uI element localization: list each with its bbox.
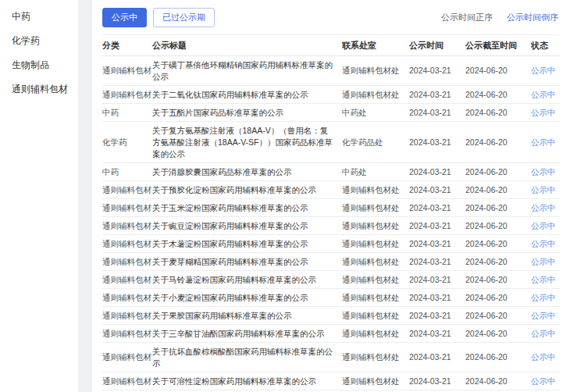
row-status: 公示中 — [531, 104, 560, 122]
table-row[interactable]: 化学药 关于复方氨基酸注射液（18AA-V）（曾用名：复方氨基酸注射液（18AA… — [102, 122, 560, 163]
status-link[interactable]: 公示中 — [531, 137, 556, 147]
row-deadline: 2024-06-20 — [465, 86, 531, 104]
row-deadline: 2024-06-20 — [465, 307, 531, 325]
status-filter-tabs: 公示中 已过公示期 — [102, 8, 215, 27]
status-link[interactable]: 公示中 — [531, 90, 556, 99]
row-status: 公示中 — [531, 325, 560, 343]
row-category: 通则辅料包材 — [102, 289, 152, 307]
status-link[interactable]: 公示中 — [531, 239, 556, 248]
table-row[interactable]: 通则辅料包材 关于三辛酸甘油酯国家药用辅料标准草案的公示 通则辅料包材处 202… — [102, 325, 560, 343]
row-title: 关于二氧化钛国家药用辅料标准草案的公示 — [152, 86, 342, 104]
row-deadline: 2024-06-20 — [465, 343, 531, 372]
status-link[interactable]: 公示中 — [531, 108, 556, 117]
row-contact-office: 通则辅料包材处 — [342, 253, 409, 271]
row-deadline: 2024-06-20 — [465, 271, 531, 289]
row-contact-office: 通则辅料包材处 — [342, 86, 409, 104]
table-row[interactable]: 通则辅料包材 关于玉米淀粉国家药用辅料标准草案的公示 通则辅料包材处 2024-… — [102, 199, 560, 217]
row-deadline: 2024-06-20 — [465, 163, 531, 181]
row-deadline: 2024-06-20 — [465, 217, 531, 235]
sort-time-descending-link[interactable]: 公示时间倒序 — [507, 12, 558, 23]
row-title: 关于麦芽糊精国家药用辅料标准草案的公示 — [152, 253, 342, 271]
row-contact-office: 通则辅料包材处 — [342, 235, 409, 253]
row-title: 关于果胶国家药用辅料标准草案的公示 — [152, 307, 342, 325]
row-status: 公示中 — [531, 253, 560, 271]
row-deadline: 2024-06-20 — [465, 181, 531, 199]
announcement-page: 中药 化学药 生物制品 通则辅料包材 公示中 已过公示期 公示时间正序 公示时间… — [0, 0, 570, 392]
row-deadline: 2024-06-20 — [465, 122, 531, 163]
status-link[interactable]: 公示中 — [531, 221, 556, 230]
table-header: 分类 公示标题 联系处室 公示时间 公示截至时间 状态 — [102, 35, 560, 56]
row-category: 通则辅料包材 — [102, 307, 152, 325]
table-row[interactable]: 通则辅料包材 关于抗坏血酸棕榈酸酯国家药用辅料标准草案的公示 通则辅料包材处 2… — [102, 343, 560, 372]
row-status: 公示中 — [531, 181, 560, 199]
announcement-table-body: 通则辅料包材 关于磺丁基倍他环糊精钠国家药用辅料标准草案的公示 通则辅料包材处 … — [102, 56, 560, 392]
row-category: 中药 — [102, 163, 152, 181]
table-row[interactable]: 通则辅料包材 关于磺丁基倍他环糊精钠国家药用辅料标准草案的公示 通则辅料包材处 … — [102, 56, 560, 86]
row-publish-date: 2024-03-21 — [409, 199, 465, 217]
row-contact-office: 通则辅料包材处 — [342, 199, 409, 217]
row-contact-office: 通则辅料包材处 — [342, 307, 409, 325]
status-link[interactable]: 公示中 — [531, 203, 556, 212]
status-link[interactable]: 公示中 — [531, 376, 556, 386]
sidebar-item-chemical-drug[interactable]: 化学药 — [0, 29, 78, 53]
table-row[interactable]: 中药 关于五酯片国家药品标准草案的公示 中药处 2024-03-21 2024-… — [102, 104, 560, 122]
row-status: 公示中 — [531, 199, 560, 217]
status-link[interactable]: 公示中 — [531, 66, 556, 75]
sidebar-item-biological-product[interactable]: 生物制品 — [0, 53, 78, 77]
status-link[interactable]: 公示中 — [531, 167, 556, 176]
table-row[interactable]: 通则辅料包材 关于豌豆淀粉国家药用辅料标准草案的公示 通则辅料包材处 2024-… — [102, 217, 560, 235]
row-contact-office: 化学药品处 — [342, 122, 409, 163]
row-category: 通则辅料包材 — [102, 325, 152, 343]
row-deadline: 2024-06-20 — [465, 325, 531, 343]
status-link[interactable]: 公示中 — [531, 257, 556, 266]
status-link[interactable]: 公示中 — [531, 329, 556, 338]
table-row[interactable]: 通则辅料包材 关于预胶化淀粉国家药用辅料标准草案的公示 通则辅料包材处 2024… — [102, 181, 560, 199]
row-publish-date: 2024-03-21 — [409, 86, 465, 104]
row-status: 公示中 — [531, 372, 560, 390]
table-row[interactable]: 通则辅料包材 关于木薯淀粉国家药用辅料标准草案的公示 通则辅料包材处 2024-… — [102, 235, 560, 253]
table-row[interactable]: 通则辅料包材 关于可溶性淀粉国家药用辅料标准草案的公示 通则辅料包材处 2024… — [102, 372, 560, 390]
row-publish-date: 2024-03-21 — [409, 271, 465, 289]
status-link[interactable]: 公示中 — [531, 293, 556, 302]
row-publish-date: 2024-03-21 — [409, 56, 465, 86]
row-contact-office: 中药处 — [342, 163, 409, 181]
row-status: 公示中 — [531, 289, 560, 307]
row-publish-date: 2024-03-21 — [409, 307, 465, 325]
tab-past-announcement[interactable]: 已过公示期 — [153, 8, 215, 27]
row-publish-date: 2024-03-21 — [409, 325, 465, 343]
row-status: 公示中 — [531, 217, 560, 235]
tab-in-announcement[interactable]: 公示中 — [102, 8, 147, 27]
status-link[interactable]: 公示中 — [531, 352, 556, 362]
table-row[interactable]: 中药 关于消腺胶囊国家药品标准草案的公示 中药处 2024-03-21 2024… — [102, 163, 560, 181]
row-status: 公示中 — [531, 343, 560, 372]
row-category: 通则辅料包材 — [102, 372, 152, 390]
row-contact-office: 通则辅料包材处 — [342, 372, 409, 390]
row-contact-office: 通则辅料包材处 — [342, 325, 409, 343]
row-category: 通则辅料包材 — [102, 86, 152, 104]
table-row[interactable]: 通则辅料包材 关于二氧化钛国家药用辅料标准草案的公示 通则辅料包材处 2024-… — [102, 86, 560, 104]
row-publish-date: 2024-03-21 — [409, 343, 465, 372]
sidebar-item-excipient-packaging[interactable]: 通则辅料包材 — [0, 77, 78, 102]
category-sidebar: 中药 化学药 生物制品 通则辅料包材 — [0, 0, 78, 392]
row-status: 公示中 — [531, 271, 560, 289]
table-row[interactable]: 通则辅料包材 关于果胶国家药用辅料标准草案的公示 通则辅料包材处 2024-03… — [102, 307, 560, 325]
row-deadline: 2024-06-20 — [465, 199, 531, 217]
status-link[interactable]: 公示中 — [531, 185, 556, 194]
table-row[interactable]: 通则辅料包材 关于麦芽糊精国家药用辅料标准草案的公示 通则辅料包材处 2024-… — [102, 253, 560, 271]
row-publish-date: 2024-03-21 — [409, 289, 465, 307]
row-category: 化学药 — [102, 122, 152, 163]
row-status: 公示中 — [531, 122, 560, 163]
sort-time-ascending-link[interactable]: 公示时间正序 — [441, 12, 493, 23]
announcement-table: 分类 公示标题 联系处室 公示时间 公示截至时间 状态 通则辅料包材 关于磺丁基… — [102, 34, 560, 392]
row-publish-date: 2024-03-21 — [409, 181, 465, 199]
table-row[interactable]: 通则辅料包材 关于小麦淀粉国家药用辅料标准草案的公示 通则辅料包材处 2024-… — [102, 289, 560, 307]
status-link[interactable]: 公示中 — [531, 275, 556, 284]
table-row[interactable]: 通则辅料包材 关于马铃薯淀粉国家药用辅料标准草案的公示 通则辅料包材处 2024… — [102, 271, 560, 289]
row-contact-office: 通则辅料包材处 — [342, 289, 409, 307]
row-publish-date: 2024-03-21 — [409, 372, 465, 390]
sidebar-item-tcm[interactable]: 中药 — [0, 5, 78, 29]
status-link[interactable]: 公示中 — [531, 311, 556, 320]
row-status: 公示中 — [531, 56, 560, 86]
header-title: 公示标题 — [152, 35, 342, 56]
header-status: 状态 — [531, 35, 560, 56]
